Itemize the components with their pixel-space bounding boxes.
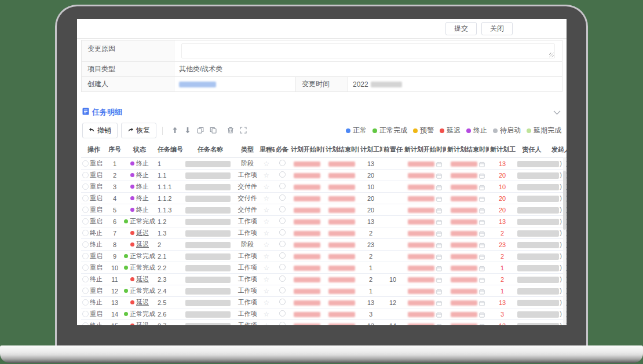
row-new-plan-end-redacted[interactable]: [446, 251, 489, 262]
row-select-radio[interactable]: [82, 172, 89, 178]
calendar-icon[interactable]: [436, 219, 442, 225]
required-radio[interactable]: [279, 322, 286, 325]
milestone-star-icon[interactable]: ☆: [264, 322, 270, 326]
change-reason-textarea[interactable]: [181, 43, 555, 58]
calendar-icon[interactable]: [436, 208, 442, 214]
calendar-icon[interactable]: [479, 196, 485, 202]
move-down-icon[interactable]: [181, 126, 194, 135]
required-radio[interactable]: [279, 241, 286, 247]
row-select-radio[interactable]: [82, 183, 89, 190]
row-new-plan-start-redacted[interactable]: [403, 262, 446, 274]
row-select-radio[interactable]: [82, 218, 89, 225]
row-new-plan-start-redacted[interactable]: [403, 251, 446, 262]
row-new-plan-end-redacted[interactable]: [446, 193, 489, 204]
required-radio[interactable]: [279, 310, 286, 317]
calendar-icon[interactable]: [436, 185, 442, 190]
calendar-icon[interactable]: [479, 231, 485, 237]
calendar-icon[interactable]: [436, 161, 442, 167]
milestone-star-icon[interactable]: ☆: [264, 252, 270, 260]
redo-button[interactable]: 恢复: [121, 123, 156, 138]
row-new-plan-end-redacted[interactable]: [446, 204, 489, 216]
row-new-plan-end-redacted[interactable]: [446, 320, 489, 326]
milestone-star-icon[interactable]: ☆: [264, 206, 270, 214]
calendar-icon[interactable]: [436, 277, 442, 283]
row-new-plan-start-redacted[interactable]: [403, 285, 446, 297]
calendar-icon[interactable]: [436, 312, 442, 318]
row-new-plan-start-redacted[interactable]: [403, 239, 446, 251]
calendar-icon[interactable]: [479, 323, 485, 325]
milestone-star-icon[interactable]: ☆: [264, 275, 270, 284]
fullscreen-icon[interactable]: [237, 126, 250, 135]
row-select-radio[interactable]: [82, 195, 89, 201]
row-new-plan-end-redacted[interactable]: [446, 170, 489, 181]
required-radio[interactable]: [279, 171, 286, 178]
required-radio[interactable]: [279, 264, 286, 270]
calendar-icon[interactable]: [479, 161, 485, 167]
close-button[interactable]: 关闭: [481, 22, 513, 35]
row-new-plan-end-redacted[interactable]: [446, 181, 489, 193]
row-new-plan-end-redacted[interactable]: [446, 297, 489, 308]
row-action-link[interactable]: 重启: [90, 286, 103, 295]
row-action-link[interactable]: 重启: [90, 171, 103, 179]
row-new-plan-end-redacted[interactable]: [446, 239, 489, 251]
row-new-plan-end-redacted[interactable]: [446, 285, 489, 297]
row-select-radio[interactable]: [82, 207, 89, 213]
calendar-icon[interactable]: [436, 196, 442, 202]
row-action-link[interactable]: 终止: [90, 321, 103, 325]
delete-icon[interactable]: [224, 126, 237, 135]
milestone-star-icon[interactable]: ☆: [264, 264, 270, 272]
milestone-star-icon[interactable]: ☆: [264, 218, 270, 226]
row-action-link[interactable]: 重启: [90, 310, 103, 318]
required-radio[interactable]: [279, 218, 286, 224]
milestone-star-icon[interactable]: ☆: [264, 194, 270, 203]
row-new-plan-start-redacted[interactable]: [403, 274, 446, 285]
copy-icon[interactable]: [194, 126, 207, 135]
milestone-star-icon[interactable]: ☆: [264, 160, 270, 168]
required-radio[interactable]: [279, 252, 286, 259]
calendar-icon[interactable]: [479, 173, 485, 179]
row-select-radio[interactable]: [82, 264, 89, 271]
calendar-icon[interactable]: [479, 254, 485, 260]
row-select-radio[interactable]: [82, 253, 89, 259]
required-radio[interactable]: [279, 206, 286, 212]
required-radio[interactable]: [279, 183, 286, 189]
required-radio[interactable]: [279, 275, 286, 282]
scrollbar-thumb[interactable]: [563, 171, 566, 230]
calendar-icon[interactable]: [436, 300, 442, 306]
milestone-star-icon[interactable]: ☆: [264, 299, 270, 307]
row-select-radio[interactable]: [82, 322, 89, 325]
calendar-icon[interactable]: [479, 242, 485, 248]
row-action-link[interactable]: 重启: [90, 159, 103, 168]
row-new-plan-start-redacted[interactable]: [403, 181, 446, 193]
required-radio[interactable]: [279, 160, 286, 166]
row-select-radio[interactable]: [82, 241, 89, 248]
resize-grip-icon[interactable]: [549, 53, 554, 57]
row-action-link[interactable]: 重启: [90, 194, 103, 203]
row-new-plan-end-redacted[interactable]: [446, 274, 489, 285]
calendar-icon[interactable]: [479, 289, 485, 295]
row-action-link[interactable]: 重启: [90, 217, 103, 226]
calendar-icon[interactable]: [436, 289, 442, 295]
row-action-link[interactable]: 重启: [90, 182, 103, 191]
row-select-radio[interactable]: [82, 276, 89, 282]
move-up-icon[interactable]: [169, 126, 181, 135]
calendar-icon[interactable]: [436, 254, 442, 260]
row-new-plan-start-redacted[interactable]: [403, 297, 446, 308]
row-select-radio[interactable]: [82, 288, 89, 294]
row-new-plan-start-redacted[interactable]: [403, 227, 446, 239]
calendar-icon[interactable]: [436, 231, 442, 237]
row-select-radio[interactable]: [82, 230, 89, 236]
calendar-icon[interactable]: [479, 312, 485, 318]
row-action-link[interactable]: 终止: [90, 240, 103, 249]
row-action-link[interactable]: 重启: [90, 252, 103, 260]
duplicate-icon[interactable]: [207, 126, 220, 135]
calendar-icon[interactable]: [479, 219, 485, 225]
calendar-icon[interactable]: [479, 266, 485, 271]
table-scrollbar[interactable]: [563, 157, 566, 325]
row-new-plan-start-redacted[interactable]: [403, 193, 446, 204]
row-new-plan-end-redacted[interactable]: [446, 158, 489, 170]
milestone-star-icon[interactable]: ☆: [264, 171, 270, 179]
milestone-star-icon[interactable]: ☆: [264, 183, 270, 191]
calendar-icon[interactable]: [479, 300, 485, 306]
calendar-icon[interactable]: [479, 185, 485, 190]
